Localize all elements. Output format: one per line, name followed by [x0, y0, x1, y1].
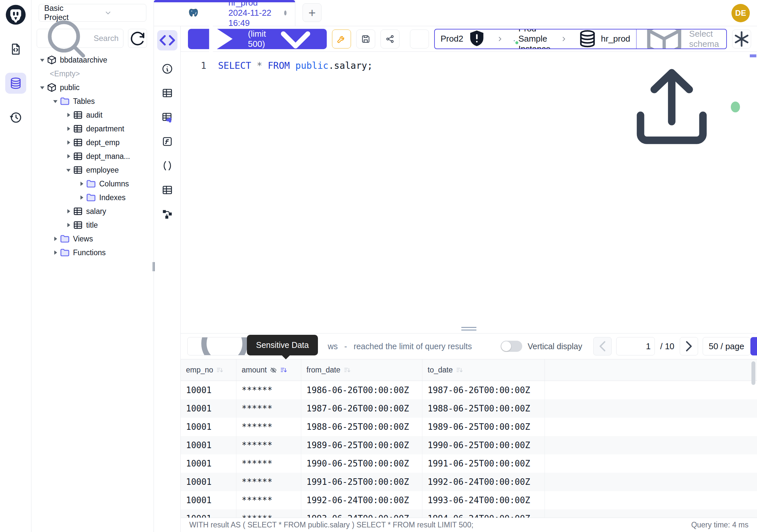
strip-function-button[interactable]: [160, 134, 174, 149]
tree-item-columns[interactable]: Columns: [31, 177, 154, 191]
table-cell[interactable]: 1993-06-24T00:00:00Z: [301, 509, 422, 517]
sql-editor-mode-button[interactable]: [157, 30, 177, 50]
strip-info-button[interactable]: [160, 62, 174, 76]
tree-item-audit[interactable]: audit: [31, 108, 154, 122]
rail-worksheet-button[interactable]: [5, 39, 26, 60]
table-cell[interactable]: ******: [236, 509, 301, 517]
tree-item-dept-mana-[interactable]: dept_mana...: [31, 149, 154, 163]
table-cell[interactable]: ******: [236, 454, 301, 473]
table-scrollbar-thumb[interactable]: [751, 361, 755, 385]
table-cell[interactable]: 1993-06-24T00:00:00Z: [422, 491, 545, 509]
table-cell[interactable]: [545, 509, 757, 517]
avatar[interactable]: DE: [732, 4, 750, 22]
rail-database-button[interactable]: [5, 73, 26, 94]
table-cell[interactable]: [545, 399, 757, 418]
table-cell[interactable]: [545, 436, 757, 454]
strip-table-grid-button[interactable]: [160, 86, 174, 100]
tree-item-bbdataarchive[interactable]: bbdataarchive: [31, 53, 154, 67]
sidebar-resize-handle[interactable]: [153, 262, 155, 271]
table-cell[interactable]: 1992-06-24T00:00:00Z: [422, 473, 545, 491]
table-cell[interactable]: 1991-06-25T00:00:00Z: [301, 473, 422, 491]
page-size-select[interactable]: 50 / page: [703, 337, 750, 356]
tree-item-public[interactable]: public: [31, 80, 154, 94]
table-cell[interactable]: ******: [236, 381, 301, 399]
panel-resize-handle[interactable]: [461, 327, 476, 330]
share-button[interactable]: [380, 29, 400, 48]
tree-item-department[interactable]: department: [31, 122, 154, 136]
save-button[interactable]: [356, 29, 375, 48]
table-cell[interactable]: [545, 418, 757, 436]
refresh-schema-button[interactable]: [128, 29, 147, 48]
table-row[interactable]: 10001******1993-06-24T00:00:00Z1994-06-2…: [181, 509, 757, 517]
column-header-amount[interactable]: amount: [236, 360, 301, 381]
table-cell[interactable]: 10001: [181, 418, 236, 436]
table-cell[interactable]: ******: [236, 418, 301, 436]
table-row[interactable]: 10001******1988-06-25T00:00:00Z1989-06-2…: [181, 418, 757, 436]
rail-history-button[interactable]: [5, 107, 26, 128]
table-cell[interactable]: ******: [236, 399, 301, 418]
table-cell[interactable]: ******: [236, 436, 301, 454]
table-row[interactable]: 10001******1991-06-25T00:00:00Z1992-06-2…: [181, 473, 757, 491]
prev-page-button[interactable]: [593, 337, 612, 356]
upload-icon[interactable]: [622, 57, 722, 157]
table-row[interactable]: 10001******1986-06-26T00:00:00Z1987-06-2…: [181, 381, 757, 399]
table-cell[interactable]: 1990-06-25T00:00:00Z: [422, 436, 545, 454]
tree-item-functions[interactable]: Functions: [31, 246, 154, 260]
breadcrumb[interactable]: Prod2 Prod Sample Instance hr_prod: [435, 29, 636, 48]
table-row[interactable]: 10001******1990-06-25T00:00:00Z1991-06-2…: [181, 454, 757, 473]
tree-item-salary[interactable]: salary: [31, 204, 154, 218]
tree-item-tables[interactable]: Tables: [31, 94, 154, 108]
tab-hr-prod[interactable]: hr_prod 2024-11-22 16:49: [154, 0, 295, 26]
strip-table-cluster-button[interactable]: [160, 110, 174, 124]
table-cell[interactable]: 10001: [181, 473, 236, 491]
table-cell[interactable]: 10001: [181, 491, 236, 509]
table-cell[interactable]: 1986-06-26T00:00:00Z: [301, 381, 422, 399]
tree-item-views[interactable]: Views: [31, 232, 154, 246]
connection-button[interactable]: [410, 29, 429, 48]
sidebar-search-input[interactable]: Search: [37, 29, 123, 48]
column-header-from_date[interactable]: from_date: [301, 360, 422, 381]
table-cell[interactable]: 1992-06-24T00:00:00Z: [301, 491, 422, 509]
sql-editor[interactable]: 1 SELECT * FROM public.salary;: [181, 52, 757, 333]
table-cell[interactable]: 1989-06-25T00:00:00Z: [301, 436, 422, 454]
table-cell[interactable]: 10001: [181, 454, 236, 473]
strip-parentheses-button[interactable]: [160, 159, 174, 173]
table-cell[interactable]: 10001: [181, 381, 236, 399]
table-cell[interactable]: [545, 491, 757, 509]
table-cell[interactable]: 1988-06-25T00:00:00Z: [422, 399, 545, 418]
run-query-button[interactable]: (limit 500): [188, 29, 327, 49]
table-row[interactable]: 10001******1992-06-24T00:00:00Z1993-06-2…: [181, 491, 757, 509]
editor-scrollbar[interactable]: [749, 52, 757, 333]
strip-table-grid-button[interactable]: [160, 183, 174, 197]
tree-item-title[interactable]: title: [31, 218, 154, 232]
table-cell[interactable]: 10001: [181, 436, 236, 454]
table-cell[interactable]: [545, 473, 757, 491]
vertical-display-toggle[interactable]: [500, 341, 522, 352]
table-cell[interactable]: 10001: [181, 509, 236, 517]
table-cell[interactable]: 1988-06-25T00:00:00Z: [301, 418, 422, 436]
table-cell[interactable]: 1989-06-25T00:00:00Z: [422, 418, 545, 436]
table-cell[interactable]: [545, 454, 757, 473]
table-cell[interactable]: ******: [236, 491, 301, 509]
table-cell[interactable]: 1990-06-25T00:00:00Z: [301, 454, 422, 473]
table-cell[interactable]: 10001: [181, 399, 236, 418]
tree-item-indexes[interactable]: Indexes: [31, 191, 154, 204]
table-cell[interactable]: ******: [236, 473, 301, 491]
column-header-to_date[interactable]: to_date: [422, 360, 545, 381]
table-cell[interactable]: 1991-06-25T00:00:00Z: [422, 454, 545, 473]
select-schema-button[interactable]: Select schema: [637, 29, 726, 48]
tree-item-dept-emp[interactable]: dept_emp: [31, 136, 154, 149]
table-cell[interactable]: 1994-06-24T00:00:00Z: [422, 509, 545, 517]
next-page-button[interactable]: [680, 337, 698, 356]
export-button[interactable]: [750, 337, 757, 356]
wrench-button[interactable]: [332, 29, 351, 48]
table-cell[interactable]: 1987-06-26T00:00:00Z: [301, 399, 422, 418]
table-row[interactable]: 10001******1989-06-25T00:00:00Z1990-06-2…: [181, 436, 757, 454]
column-header-emp_no[interactable]: emp_no: [181, 360, 236, 381]
ai-assistant-button[interactable]: [732, 29, 751, 48]
strip-schema-diagram-button[interactable]: [160, 207, 174, 221]
tree-item-employee[interactable]: employee: [31, 163, 154, 177]
table-cell[interactable]: [545, 381, 757, 399]
table-cell[interactable]: 1987-06-26T00:00:00Z: [422, 381, 545, 399]
table-row[interactable]: 10001******1987-06-26T00:00:00Z1988-06-2…: [181, 399, 757, 418]
